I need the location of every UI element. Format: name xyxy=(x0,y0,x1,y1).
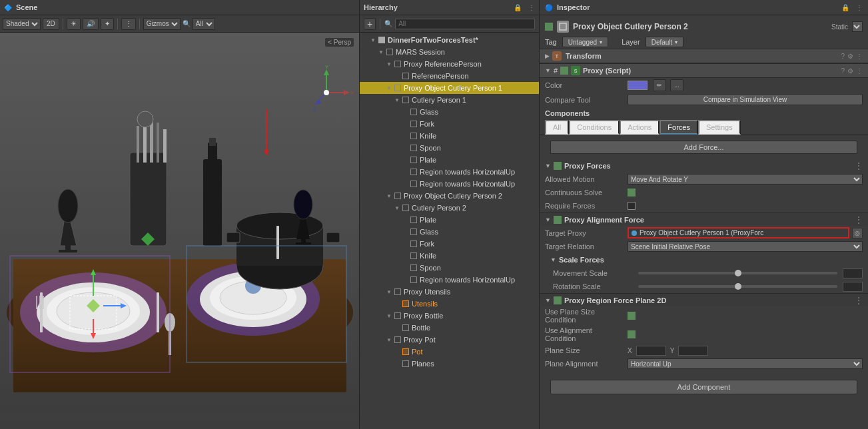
light-button[interactable]: ☀ xyxy=(67,18,81,30)
tab-conditions[interactable]: Conditions xyxy=(569,120,620,135)
item-label: Region towards HorizontalUp xyxy=(420,276,515,284)
alignment-checkbox[interactable] xyxy=(554,216,562,224)
tab-actions[interactable]: Actions xyxy=(620,120,659,135)
fx-button[interactable]: ✦ xyxy=(101,18,114,30)
target-relation-select[interactable]: Scene Initial Relative Pose xyxy=(628,241,863,252)
use-alignment-checkbox[interactable] xyxy=(628,330,636,338)
proxy-enabled-checkbox[interactable] xyxy=(560,67,568,75)
hierarchy-item-region1a[interactable]: ▶ Region towards HorizontalUp xyxy=(360,166,539,178)
item-icon xyxy=(401,203,410,213)
plane-size-y-input[interactable]: 0.41 xyxy=(678,346,708,356)
hierarchy-item-region2[interactable]: ▶ Region towards HorizontalUp xyxy=(360,274,539,286)
hierarchy-item-utensils[interactable]: ▶ Utensils xyxy=(360,298,539,310)
hierarchy-item-proxy-bottle[interactable]: ▼ Proxy Bottle xyxy=(360,310,539,322)
tab-forces[interactable]: Forces xyxy=(659,120,698,135)
hierarchy-menu-icon[interactable]: ⋮ xyxy=(528,4,535,11)
item-icon xyxy=(409,167,418,177)
hierarchy-item-fork1[interactable]: ▶ Fork xyxy=(360,118,539,130)
region-checkbox[interactable] xyxy=(554,296,562,304)
transform-section[interactable]: ▶ T Transform ? ⚙ ⋮ xyxy=(540,49,868,63)
movement-scale-slider[interactable] xyxy=(638,272,837,274)
allowed-motion-select[interactable]: Move And Rotate Y Move And Rotate xyxy=(628,174,863,185)
item-label: Cutlery Person 1 xyxy=(412,96,466,104)
region-menu[interactable]: ⋮ xyxy=(855,296,863,305)
proxy-script-icon: S xyxy=(571,66,580,75)
expand-arrow: ▼ xyxy=(386,193,393,199)
hierarchy-tree[interactable]: ▼ DinnerForTwoForcesTest* ▼ MARS Session… xyxy=(360,33,539,429)
hierarchy-item-planes[interactable]: ▶ Planes xyxy=(360,358,539,370)
svg-rect-65 xyxy=(561,25,565,29)
layer-dropdown[interactable]: Default xyxy=(646,37,684,47)
allowed-motion-row: Allowed Motion Move And Rotate Y Move An… xyxy=(540,173,868,186)
require-forces-checkbox[interactable] xyxy=(628,202,636,210)
target-proxy-select-button[interactable]: ◎ xyxy=(852,228,863,238)
hierarchy-item-plate1[interactable]: ▶ Plate xyxy=(360,154,539,166)
tag-dropdown[interactable]: Untagged xyxy=(562,37,608,47)
hierarchy-item-root[interactable]: ▼ DinnerForTwoForcesTest* xyxy=(360,34,539,46)
hierarchy-item-knife1[interactable]: ▶ Knife xyxy=(360,130,539,142)
2d-toggle-button[interactable]: 2D xyxy=(43,18,59,30)
hierarchy-item-cutlery2[interactable]: ▼ Cutlery Person 2 xyxy=(360,202,539,214)
scene-viewport[interactable]: Y X Z xyxy=(0,33,359,429)
proxy-alignment-section[interactable]: ▼ Proxy Alignment Force ⋮ xyxy=(540,213,868,226)
hierarchy-item-proxy-cutlery1[interactable]: ▼ Proxy Object Cutlery Person 1 xyxy=(360,82,539,94)
add-component-button[interactable]: Add Component xyxy=(550,380,857,394)
rotation-scale-input[interactable]: 1 xyxy=(843,282,863,292)
hierarchy-item-pot[interactable]: ▶ Pot xyxy=(360,346,539,358)
dots-menu-icon[interactable]: ⋮ xyxy=(856,67,863,75)
hierarchy-add-button[interactable]: + xyxy=(364,18,376,30)
proxy-region-section[interactable]: ▼ Proxy Region Force Plane 2D ⋮ xyxy=(540,293,868,306)
scene-options-button[interactable]: ⋮ xyxy=(121,18,136,30)
hierarchy-item-fork2[interactable]: ▶ Fork xyxy=(360,238,539,250)
dots-menu-icon[interactable]: ⋮ xyxy=(856,53,863,60)
hierarchy-item-plate2[interactable]: ▶ Plate xyxy=(360,214,539,226)
compare-simulation-button[interactable]: Compare in Simulation View xyxy=(628,94,863,105)
shading-mode-select[interactable]: Shaded xyxy=(3,18,41,30)
color-edit-button[interactable]: ✏ xyxy=(653,79,666,91)
svg-rect-40 xyxy=(301,238,306,242)
hierarchy-item-region1b[interactable]: ▶ Region towards HorizontalUp xyxy=(360,178,539,190)
audio-button[interactable]: 🔊 xyxy=(83,18,99,30)
color-more-button[interactable]: ... xyxy=(670,79,683,91)
proxy-forces-checkbox[interactable] xyxy=(554,162,562,170)
hierarchy-item-glass2[interactable]: ▶ Glass xyxy=(360,226,539,238)
tab-settings[interactable]: Settings xyxy=(698,120,741,135)
hierarchy-item-glass1[interactable]: ▶ Glass xyxy=(360,106,539,118)
hierarchy-item-proxy-pot[interactable]: ▼ Proxy Pot xyxy=(360,334,539,346)
item-icon xyxy=(401,347,410,356)
hierarchy-item-knife2[interactable]: ▶ Knife xyxy=(360,250,539,262)
hierarchy-item-spoon2[interactable]: ▶ Spoon xyxy=(360,262,539,274)
hierarchy-item-cutlery1[interactable]: ▼ Cutlery Person 1 xyxy=(360,94,539,106)
hierarchy-item-spoon1[interactable]: ▶ Spoon xyxy=(360,142,539,154)
continuous-solve-checkbox[interactable] xyxy=(628,189,636,197)
plane-size-x-input[interactable]: 0.46 xyxy=(636,346,666,356)
use-plane-size-checkbox[interactable] xyxy=(628,312,636,320)
inspector-menu-icon[interactable]: ⋮ xyxy=(856,4,863,11)
proxy-forces-menu[interactable]: ⋮ xyxy=(855,161,863,171)
proxy-forces-section[interactable]: ▼ Proxy Forces ⋮ xyxy=(540,159,868,173)
add-force-container: Add Force... xyxy=(540,135,868,159)
object-active-checkbox[interactable] xyxy=(545,23,553,31)
hierarchy-item-proxy-cutlery2[interactable]: ▼ Proxy Object Cutlery Person 2 xyxy=(360,190,539,202)
hierarchy-search-input[interactable] xyxy=(395,19,535,29)
plane-size-label: Plane Size xyxy=(545,346,625,354)
gizmos-select[interactable]: Gizmos xyxy=(143,18,181,30)
item-label: ReferencePerson xyxy=(412,72,469,80)
scene-title: Scene xyxy=(16,3,37,11)
hierarchy-item-refperson[interactable]: ▶ ReferencePerson xyxy=(360,70,539,82)
hierarchy-item-proxy-refperson[interactable]: ▼ Proxy ReferencePerson xyxy=(360,58,539,70)
plane-alignment-select[interactable]: Horizontal Up xyxy=(628,358,863,369)
svg-rect-13 xyxy=(157,292,159,332)
movement-scale-input[interactable]: 1 xyxy=(843,268,863,278)
color-swatch[interactable] xyxy=(628,81,648,90)
tab-all[interactable]: All xyxy=(545,120,569,135)
proxy-script-section[interactable]: ▼ # S Proxy (Script) ? ⚙ ⋮ xyxy=(540,63,868,78)
add-force-button[interactable]: Add Force... xyxy=(550,141,857,154)
static-dropdown[interactable] xyxy=(852,21,863,32)
hierarchy-item-mars-session[interactable]: ▼ MARS Session xyxy=(360,46,539,58)
hierarchy-item-bottle[interactable]: ▶ Bottle xyxy=(360,322,539,334)
rotation-scale-slider[interactable] xyxy=(638,285,837,288)
all-select[interactable]: All xyxy=(193,18,215,30)
alignment-menu[interactable]: ⋮ xyxy=(855,215,863,224)
hierarchy-item-proxy-utensils[interactable]: ▼ Proxy Utensils xyxy=(360,286,539,298)
